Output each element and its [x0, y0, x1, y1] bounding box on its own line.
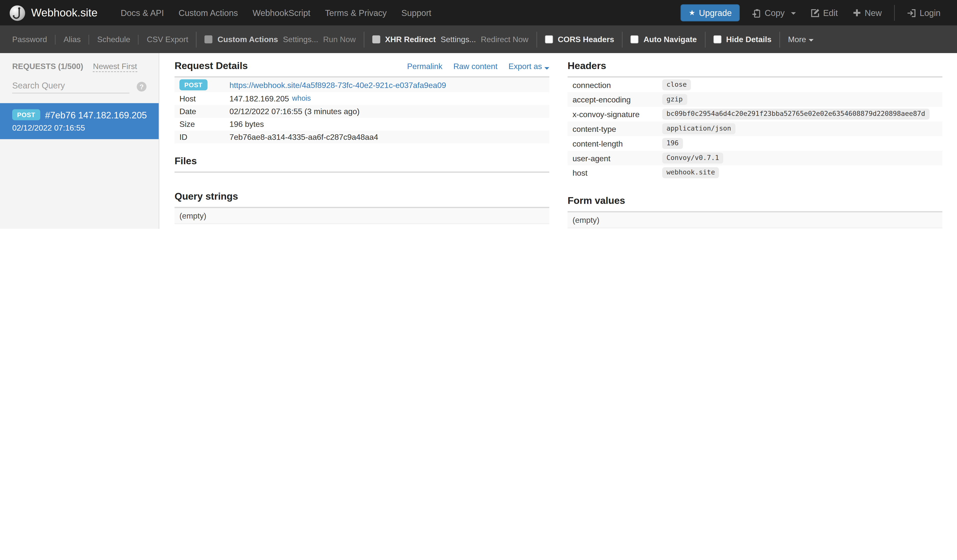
request-timestamp: 02/12/2022 07:16:55 — [12, 123, 147, 133]
webhook-site-app: Webhook.site Docs & APICustom ActionsWeb… — [0, 0, 957, 229]
xhr-redirect-now-link[interactable]: Redirect Now — [481, 35, 528, 44]
search-input[interactable] — [12, 79, 129, 93]
files-table — [174, 172, 549, 179]
export-as-dropdown[interactable]: Export as — [509, 62, 549, 71]
files-title: Files — [174, 155, 549, 167]
edit-button[interactable]: Edit — [803, 8, 845, 18]
header-name: content-length — [572, 139, 662, 148]
headers-title: Headers — [568, 60, 606, 72]
request-list-item[interactable]: POST #7eb76 147.182.169.205 02/12/2022 0… — [0, 103, 159, 139]
header-name: x-convoy-signature — [572, 110, 662, 119]
header-row: host webhook.site — [568, 166, 943, 180]
toolbar-alias[interactable]: Alias — [63, 35, 81, 44]
request-detail-row: Host147.182.169.205whois — [174, 92, 549, 105]
export-as-label: Export as — [509, 62, 542, 71]
hide-details-checkbox[interactable] — [713, 35, 721, 43]
action-toolbar: Password Alias Schedule CSV Export Custo… — [0, 26, 957, 53]
request-list: POST #7eb76 147.182.169.205 02/12/2022 0… — [0, 103, 159, 139]
request-detail-row: Size196 bytes — [174, 118, 549, 131]
request-detail-row: Date02/12/2022 07:16:55 (3 minutes ago) — [174, 105, 549, 118]
header-value: close — [662, 79, 691, 90]
sort-order-toggle[interactable]: Newest First — [93, 62, 137, 72]
toolbar-divider — [363, 32, 364, 47]
query-strings-empty: (empty) — [174, 208, 549, 224]
hide-details-group: Hide Details — [713, 35, 772, 44]
detail-label: Date — [179, 107, 229, 116]
method-badge: POST — [179, 79, 207, 90]
navbar-link[interactable]: Terms & Privacy — [318, 0, 394, 26]
custom-actions-settings-link[interactable]: Settings... — [283, 35, 318, 44]
header-name: connection — [572, 80, 662, 90]
xhr-redirect-checkbox[interactable] — [372, 35, 380, 43]
request-details-table: POST https://webhook.site/4a5f8928-73fc-… — [174, 76, 549, 143]
new-button[interactable]: New — [845, 8, 889, 18]
detail-label: Size — [179, 120, 229, 129]
requests-count-title: REQUESTS (1/500) — [12, 62, 83, 71]
header-name: content-type — [572, 124, 662, 133]
header-row: content-length 196 — [568, 136, 943, 151]
xhr-redirect-settings-link[interactable]: Settings... — [441, 35, 476, 44]
navbar-link[interactable]: Support — [394, 0, 439, 26]
upgrade-button[interactable]: ★ Upgrade — [681, 4, 740, 21]
header-name: user-agent — [572, 153, 662, 163]
custom-actions-label: Custom Actions — [218, 35, 278, 44]
request-id-ip: #7eb76 147.182.169.205 — [45, 110, 147, 120]
clipboard-icon — [752, 8, 761, 17]
xhr-redirect-group: XHR Redirect Settings... Redirect Now — [372, 35, 529, 44]
brand-name: Webhook.site — [31, 6, 98, 19]
request-details-column: Request Details Permalink Raw content Ex… — [174, 60, 549, 228]
custom-actions-run-now-link[interactable]: Run Now — [323, 35, 356, 44]
header-value: application/json — [662, 123, 736, 134]
upgrade-label: Upgrade — [699, 8, 732, 18]
brand[interactable]: Webhook.site — [9, 5, 98, 21]
toolbar-divider — [780, 32, 780, 47]
navbar-link[interactable]: Custom Actions — [171, 0, 245, 26]
toolbar-schedule[interactable]: Schedule — [97, 35, 130, 44]
top-navbar: Webhook.site Docs & APICustom ActionsWeb… — [0, 0, 957, 26]
query-strings-title: Query strings — [174, 191, 549, 203]
search-help-icon[interactable]: ? — [137, 82, 147, 91]
toolbar-password[interactable]: Password — [12, 35, 47, 44]
permalink-link[interactable]: Permalink — [407, 62, 443, 71]
toolbar-csv-export[interactable]: CSV Export — [147, 35, 188, 44]
copy-menu-button[interactable]: Copy — [745, 8, 803, 18]
raw-content-link[interactable]: Raw content — [453, 62, 497, 71]
auto-navigate-group: Auto Navigate — [631, 35, 697, 44]
header-value: bc09bf0c2954a6d4c20e291f23bba52765e02e02… — [662, 109, 929, 120]
navbar-link[interactable]: Docs & API — [114, 0, 171, 26]
toolbar-divider — [89, 35, 89, 44]
toolbar-divider — [196, 32, 197, 47]
toolbar-divider — [55, 35, 55, 44]
login-icon — [907, 8, 916, 17]
navbar-link[interactable]: WebhookScript — [245, 0, 318, 26]
custom-actions-checkbox[interactable] — [205, 35, 213, 43]
auto-navigate-checkbox[interactable] — [631, 35, 639, 43]
main-content: Request Details Permalink Raw content Ex… — [159, 53, 957, 229]
login-label: Login — [920, 8, 941, 18]
request-url-row: POST https://webhook.site/4a5f8928-73fc-… — [174, 77, 549, 92]
custom-actions-group: Custom Actions Settings... Run Now — [205, 35, 355, 44]
form-values-empty: (empty) — [568, 212, 943, 228]
request-url-link[interactable]: https://webhook.site/4a5f8928-73fc-40e2-… — [229, 80, 446, 90]
edit-label: Edit — [823, 8, 838, 18]
request-details-title: Request Details — [174, 60, 248, 72]
edit-icon — [810, 8, 820, 17]
auto-navigate-label: Auto Navigate — [643, 35, 697, 44]
whois-link[interactable]: whois — [292, 94, 311, 103]
caret-down-icon — [809, 39, 813, 41]
header-name: host — [572, 168, 662, 177]
more-menu-button[interactable]: More — [788, 35, 813, 44]
request-detail-row: ID7eb76ae8-a314-4335-aa6f-c287c9a48aa4 — [174, 131, 549, 143]
header-row: x-convoy-signature bc09bf0c2954a6d4c20e2… — [568, 107, 943, 121]
cors-headers-checkbox[interactable] — [545, 35, 553, 43]
header-value: webhook.site — [662, 167, 719, 178]
webhook-logo-icon — [9, 5, 26, 21]
query-strings-table: (empty) — [174, 207, 549, 224]
login-button[interactable]: Login — [899, 8, 948, 18]
detail-value: 147.182.169.205 — [229, 94, 289, 103]
new-label: New — [865, 8, 882, 18]
method-badge: POST — [12, 109, 40, 120]
more-label: More — [788, 35, 806, 44]
copy-menu-label: Copy — [764, 8, 785, 18]
method-cell: POST — [179, 80, 229, 90]
